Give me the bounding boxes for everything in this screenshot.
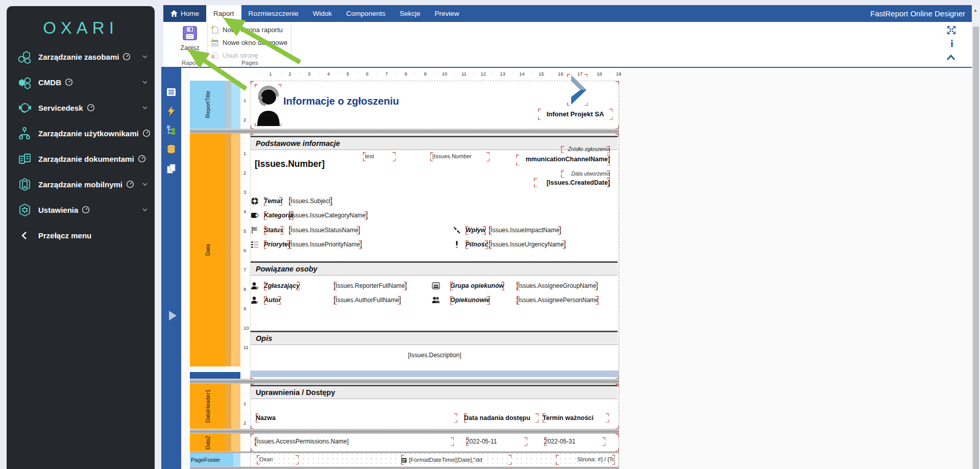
- band-canvas-dataheader1[interactable]: Uprawnienia / Dostępy Nazwa Data nadania…: [250, 384, 619, 429]
- field-label[interactable]: Grupa opiekunów: [450, 282, 504, 290]
- sidebar-item-servicedesk[interactable]: Servicedesk: [7, 95, 155, 120]
- column-header-data-nadania[interactable]: Data nadania dostępu: [464, 413, 538, 423]
- tab-widok[interactable]: Widok: [306, 5, 339, 22]
- field-label[interactable]: Pilność: [465, 240, 488, 249]
- field-value[interactable]: [Issues.ReporterFullName]: [334, 282, 407, 290]
- sidebar-toggle-menu[interactable]: Przełącz menu: [7, 223, 155, 248]
- field-value[interactable]: [Issues.AssigneeGroupName]: [517, 282, 598, 290]
- cell-access-date[interactable]: 2022-05-11: [466, 437, 527, 446]
- band-label-column[interactable]: Data2: [190, 434, 226, 451]
- kategoria-icon[interactable]: [251, 211, 259, 219]
- tab-home[interactable]: Home: [163, 5, 206, 22]
- copy-pages-icon[interactable]: [166, 163, 177, 174]
- wplyw-icon[interactable]: [453, 226, 461, 234]
- fullscreen-icon[interactable]: [946, 25, 957, 37]
- field-value[interactable]: [Issues.AssigneePersonName: [517, 296, 599, 305]
- band-canvas-reporttitle[interactable]: Informacje o zgłoszeniu Infonet Projekt …: [250, 81, 619, 129]
- cell-access-name[interactable]: [Issues.AccessPermissions.Name]: [255, 437, 454, 446]
- scroll-up-arrow[interactable]: ▲: [973, 8, 977, 13]
- band-canvas-pagefooter[interactable]: Oxari [FormatDateTime([Date],"dd Strona:…: [250, 453, 619, 466]
- footer-company[interactable]: Oxari: [257, 455, 299, 464]
- priorytet-icon[interactable]: [251, 240, 259, 249]
- author-icon[interactable]: [251, 296, 259, 304]
- infonet-logo[interactable]: [567, 74, 587, 106]
- person-headset-image[interactable]: [255, 84, 281, 126]
- band-dataheader1[interactable]: DataHeader1 1·2· Uprawnienia / Dostępy N…: [190, 384, 619, 429]
- field-value[interactable]: [Issues.IssueImpactName]: [489, 226, 561, 235]
- new-report-page-item[interactable]: Nowa strona raportu: [210, 23, 287, 36]
- database-icon[interactable]: [166, 144, 177, 155]
- cell-access-expiry[interactable]: 2022-05-31: [544, 437, 605, 446]
- report-title-text[interactable]: Informacje o zgłoszeniu: [283, 94, 399, 108]
- field-label[interactable]: Priorytet: [264, 240, 290, 249]
- section-header-people[interactable]: Powiązane osoby: [251, 261, 618, 276]
- band-canvas-data2[interactable]: [Issues.AccessPermissions.Name] 2022-05-…: [250, 434, 619, 451]
- company-name-text[interactable]: Infonet Projekt SA: [538, 109, 612, 120]
- reporter-icon[interactable]: [251, 282, 259, 290]
- band-label-column[interactable]: ReportTitle: [190, 81, 226, 129]
- field-value[interactable]: [Issues.IssueUrgencyName]: [489, 240, 566, 249]
- field-value[interactable]: [Issues.IssueCategoryName]: [289, 211, 368, 220]
- sidebar-item-cmdb[interactable]: CMDB: [7, 69, 155, 95]
- data-tree-icon[interactable]: [166, 125, 177, 135]
- sidebar-item-ustawienia[interactable]: Ustawienia: [7, 197, 155, 223]
- status-icon[interactable]: [251, 226, 259, 234]
- field-value[interactable]: [Issues.Subject]: [289, 197, 332, 206]
- section-header-permissions[interactable]: Uprawnienia / Dostępy: [251, 385, 618, 399]
- label-created-date[interactable]: Data utworzenia: [561, 170, 610, 178]
- events-lightning-icon[interactable]: [166, 106, 177, 116]
- field-value[interactable]: [Issues.IssueStatusName]: [289, 226, 360, 235]
- vertical-scrollbar[interactable]: ▲: [972, 5, 980, 469]
- field-issue-number-small[interactable]: [Issues.Number: [430, 152, 489, 161]
- report-tree-icon[interactable]: [166, 87, 177, 97]
- footer-date[interactable]: [FormatDateTime([Date],"dd: [401, 455, 511, 465]
- collapse-ribbon-icon[interactable]: [946, 54, 956, 63]
- tab-raport[interactable]: Raport: [206, 5, 241, 22]
- column-header-nazwa[interactable]: Nazwa: [256, 413, 457, 423]
- band-separator[interactable]: [190, 466, 619, 469]
- group-icon[interactable]: [432, 282, 440, 290]
- tab-components[interactable]: Components: [339, 5, 393, 22]
- field-label[interactable]: Opiekunowie: [450, 296, 490, 305]
- field-created-date[interactable]: [Issues.CreatedDate]: [534, 178, 610, 187]
- label-source[interactable]: Źródło zgłoszenia: [561, 146, 610, 153]
- band-separator[interactable]: [190, 379, 619, 384]
- band-pagefooter[interactable]: PageFooter Oxari [FormatDateTime([Date],…: [190, 453, 619, 466]
- pilnosc-icon[interactable]: [453, 240, 461, 249]
- save-button[interactable]: Zapisz: [176, 25, 204, 52]
- new-dialog-item[interactable]: Nowe okno dialogowe: [210, 36, 287, 49]
- band-data2[interactable]: Data2 1· [Issues.AccessPermissions.Name]…: [190, 434, 619, 451]
- expand-panel-icon[interactable]: [167, 310, 178, 321]
- band-label-column[interactable]: Data: [190, 134, 226, 366]
- info-icon[interactable]: i: [950, 39, 953, 49]
- band-separator[interactable]: [190, 129, 619, 134]
- temat-icon[interactable]: [251, 197, 259, 205]
- field-value[interactable]: [Issues.IssuePriorityName]: [289, 240, 362, 249]
- sidebar-item-mobilne[interactable]: Zarządzanie mobilnymi: [7, 171, 155, 197]
- field-label[interactable]: Wpływ: [465, 226, 486, 235]
- caretakers-icon[interactable]: [432, 296, 440, 304]
- tab-preview[interactable]: Preview: [427, 5, 466, 22]
- band-reporttitle[interactable]: ReportTitle 1·2· Informacje o zgłoszeniu…: [190, 81, 619, 129]
- field-label[interactable]: Autor: [264, 296, 281, 305]
- band-label-column[interactable]: DataHeader1: [190, 384, 226, 429]
- column-header-termin[interactable]: Termin ważności: [543, 413, 609, 423]
- sidebar-item-zasoby[interactable]: Zarządzanie zasobami: [7, 44, 155, 69]
- field-issue-number-big[interactable]: [Issues.Number]: [255, 156, 325, 171]
- field-communication-channel[interactable]: mmunicationChannelName]: [516, 155, 610, 165]
- band-data[interactable]: Data 1·2·3·4·5·6·7·8·9·10·11· Podstawowe…: [190, 134, 619, 379]
- footer-page-number[interactable]: Strona: #] / [Tc: [556, 455, 615, 465]
- field-label[interactable]: Status: [264, 226, 283, 235]
- sidebar-item-uzytkownicy[interactable]: Zarządzanie użytkownikami: [7, 120, 155, 146]
- section-header-opis[interactable]: Opis: [251, 331, 618, 345]
- tab-sekcje[interactable]: Sekcje: [393, 5, 428, 22]
- scrollbar-thumb[interactable]: [973, 27, 979, 469]
- tab-rozmieszczenie[interactable]: Rozmieszczenie: [241, 5, 306, 22]
- field-test[interactable]: test: [363, 152, 396, 161]
- field-description[interactable]: [Issues.Description]: [251, 351, 619, 360]
- field-label[interactable]: Zgłaszający: [264, 282, 300, 290]
- field-label[interactable]: Temat: [264, 197, 282, 206]
- band-canvas-data[interactable]: Podstawowe informacje [Issues.Number] te…: [250, 134, 619, 379]
- band-separator[interactable]: [190, 429, 619, 434]
- field-value[interactable]: [Issues.AuthorFullName]: [334, 296, 401, 305]
